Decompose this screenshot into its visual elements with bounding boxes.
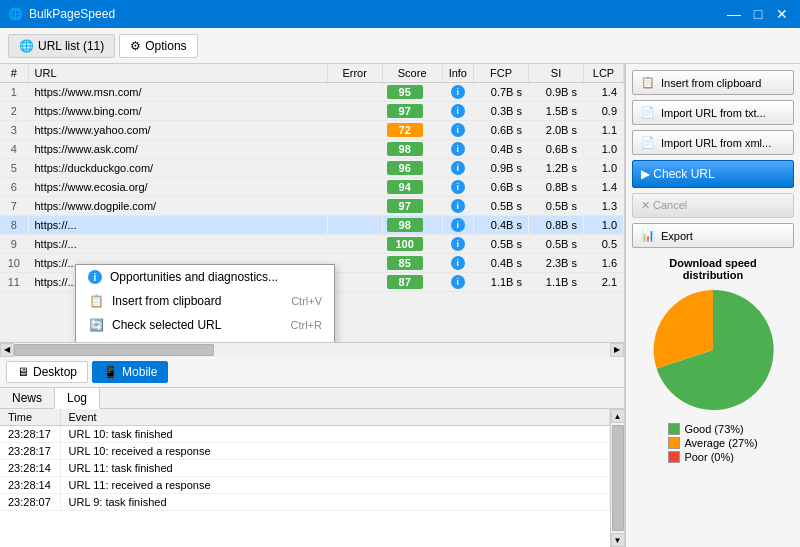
- cell-si: 1.2B s: [529, 159, 584, 178]
- ctx-open-insights[interactable]: <> Open in Google PageSpeed Insights: [76, 337, 334, 342]
- log-table-container: Time Event 23:28:17 URL 10: task finishe…: [0, 409, 610, 547]
- cell-score: 96: [382, 159, 442, 178]
- score-badge: 98: [387, 218, 423, 232]
- info-icon[interactable]: i: [451, 85, 465, 99]
- cell-num: 10: [0, 254, 28, 273]
- cell-fcp: 0.3B s: [474, 102, 529, 121]
- cell-info[interactable]: i: [442, 216, 473, 235]
- cell-error: [327, 121, 382, 140]
- cell-info[interactable]: i: [442, 197, 473, 216]
- globe-icon: 🌐: [19, 39, 34, 53]
- cell-info[interactable]: i: [442, 102, 473, 121]
- tab-mobile[interactable]: 📱 Mobile: [92, 361, 168, 383]
- info-icon[interactable]: i: [451, 199, 465, 213]
- info-icon[interactable]: i: [451, 275, 465, 289]
- cell-num: 2: [0, 102, 28, 121]
- log-scrollbar[interactable]: ▲ ▼: [610, 409, 624, 547]
- cell-url: https://duckduckgo.com/: [28, 159, 327, 178]
- info-icon[interactable]: i: [451, 256, 465, 270]
- info-icon[interactable]: i: [451, 237, 465, 251]
- cell-si: 0.9B s: [529, 83, 584, 102]
- log-tab-news[interactable]: News: [0, 388, 55, 408]
- tab-url-list[interactable]: 🌐 URL list (11): [8, 34, 115, 58]
- log-time: 23:28:14: [0, 477, 60, 494]
- import-xml-button[interactable]: 📄 Import URL from xml...: [632, 130, 794, 155]
- log-event: URL 11: received a response: [60, 477, 610, 494]
- log-scroll-thumb[interactable]: [612, 425, 624, 531]
- log-tabs: News Log: [0, 388, 624, 409]
- left-panel: # URL Error Score Info FCP SI LCP 1 http…: [0, 64, 625, 547]
- cell-info[interactable]: i: [442, 83, 473, 102]
- scroll-thumb[interactable]: [14, 344, 214, 356]
- table-row[interactable]: 3 https://www.yahoo.com/ 72 i 0.6B s 2.0…: [0, 121, 624, 140]
- export-button[interactable]: 📊 Export: [632, 223, 794, 248]
- table-row[interactable]: 1 https://www.msn.com/ 95 i 0.7B s 0.9B …: [0, 83, 624, 102]
- cell-info[interactable]: i: [442, 273, 473, 292]
- log-row: 23:28:17 URL 10: received a response: [0, 443, 610, 460]
- info-icon[interactable]: i: [451, 218, 465, 232]
- log-scroll-down[interactable]: ▼: [611, 533, 625, 547]
- tab-desktop-label: Desktop: [33, 365, 77, 379]
- insert-clipboard-button[interactable]: 📋 Insert from clipboard: [632, 70, 794, 95]
- cell-url: https://www.ecosia.org/: [28, 178, 327, 197]
- cancel-button[interactable]: ✕ Cancel: [632, 193, 794, 218]
- scroll-left-button[interactable]: ◀: [0, 343, 14, 357]
- legend-good-color: [668, 423, 680, 435]
- cell-score: 72: [382, 121, 442, 140]
- cell-num: 11: [0, 273, 28, 292]
- check-url-button[interactable]: ▶ Check URL: [632, 160, 794, 188]
- cell-si: 0.5B s: [529, 235, 584, 254]
- table-row[interactable]: 7 https://www.dogpile.com/ 97 i 0.5B s 0…: [0, 197, 624, 216]
- info-icon[interactable]: i: [451, 180, 465, 194]
- log-tab-log[interactable]: Log: [55, 388, 100, 409]
- ctx-insert-clipboard[interactable]: 📋 Insert from clipboard Ctrl+V: [76, 289, 334, 313]
- import-txt-button[interactable]: 📄 Import URL from txt...: [632, 100, 794, 125]
- chart-title: Download speed distribution: [669, 257, 756, 281]
- cell-si: 2.3B s: [529, 254, 584, 273]
- cell-info[interactable]: i: [442, 235, 473, 254]
- info-icon[interactable]: i: [451, 123, 465, 137]
- horizontal-scrollbar[interactable]: ◀ ▶: [0, 342, 624, 356]
- info-icon[interactable]: i: [451, 104, 465, 118]
- legend-poor-color: [668, 451, 680, 463]
- tab-options-label: Options: [145, 39, 186, 53]
- minimize-button[interactable]: —: [724, 4, 744, 24]
- log-scroll-up[interactable]: ▲: [611, 409, 625, 423]
- tab-options[interactable]: ⚙ Options: [119, 34, 197, 58]
- cell-fcp: 0.6B s: [474, 121, 529, 140]
- cell-num: 7: [0, 197, 28, 216]
- tab-desktop[interactable]: 🖥 Desktop: [6, 361, 88, 383]
- info-icon[interactable]: i: [451, 161, 465, 175]
- cell-score: 97: [382, 197, 442, 216]
- cell-si: 0.8B s: [529, 216, 584, 235]
- table-row[interactable]: 8 https://... 98 i 0.4B s 0.8B s 1.0: [0, 216, 624, 235]
- cell-num: 9: [0, 235, 28, 254]
- cell-info[interactable]: i: [442, 178, 473, 197]
- ctx-opportunities[interactable]: i Opportunities and diagnostics...: [76, 265, 334, 289]
- cell-url: https://www.dogpile.com/: [28, 197, 327, 216]
- cell-error: [327, 178, 382, 197]
- info-icon[interactable]: i: [451, 142, 465, 156]
- table-row[interactable]: 6 https://www.ecosia.org/ 94 i 0.6B s 0.…: [0, 178, 624, 197]
- cell-info[interactable]: i: [442, 140, 473, 159]
- cell-info[interactable]: i: [442, 254, 473, 273]
- ctx-check-url[interactable]: 🔄 Check selected URL Ctrl+R: [76, 313, 334, 337]
- export-icon: 📊: [641, 229, 655, 242]
- table-row[interactable]: 4 https://www.ask.com/ 98 i 0.4B s 0.6B …: [0, 140, 624, 159]
- cell-fcp: 0.5B s: [474, 197, 529, 216]
- col-lcp: LCP: [584, 64, 624, 83]
- table-row[interactable]: 2 https://www.bing.com/ 97 i 0.3B s 1.5B…: [0, 102, 624, 121]
- log-event: URL 11: task finished: [60, 460, 610, 477]
- scroll-right-button[interactable]: ▶: [610, 343, 624, 357]
- refresh-icon: 🔄: [88, 318, 104, 332]
- scroll-track[interactable]: [14, 343, 610, 357]
- table-row[interactable]: 5 https://duckduckgo.com/ 96 i 0.9B s 1.…: [0, 159, 624, 178]
- app-icon: 🌐: [8, 7, 23, 21]
- close-button[interactable]: ✕: [772, 4, 792, 24]
- table-area[interactable]: # URL Error Score Info FCP SI LCP 1 http…: [0, 64, 624, 342]
- cell-lcp: 1.6: [584, 254, 624, 273]
- table-row[interactable]: 9 https://... 100 i 0.5B s 0.5B s 0.5: [0, 235, 624, 254]
- cell-info[interactable]: i: [442, 159, 473, 178]
- cell-info[interactable]: i: [442, 121, 473, 140]
- maximize-button[interactable]: □: [748, 4, 768, 24]
